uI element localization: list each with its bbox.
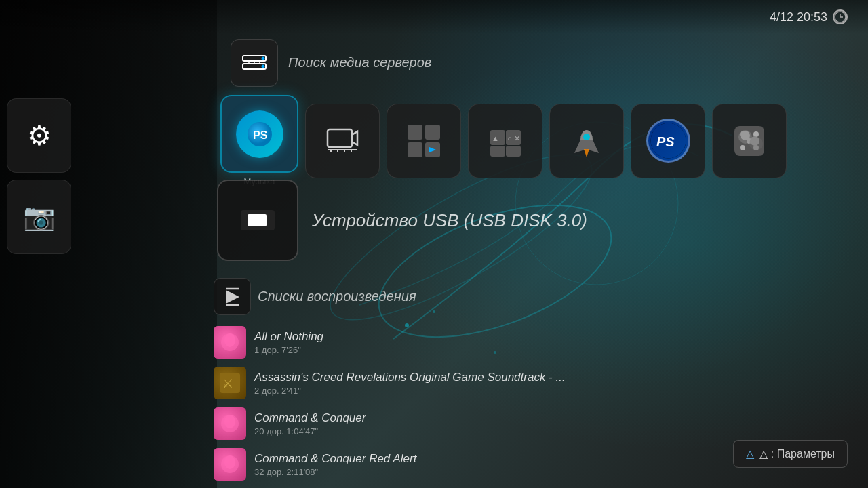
music-meta-1: 2 дор. 2'41" xyxy=(254,386,868,396)
search-network-icon xyxy=(240,49,269,77)
usb-icon xyxy=(237,203,278,237)
search-label: Поиск медиа серверов xyxy=(288,55,431,70)
music-list-item[interactable]: ⚔ Assassin's Creed Revelations Original … xyxy=(214,363,868,403)
music-info-1: Assassin's Creed Revelations Original Ga… xyxy=(254,371,868,396)
search-icon-box xyxy=(231,39,278,87)
music-title-2: Command & Conquer xyxy=(254,411,868,425)
settings-icon-box[interactable]: ⚙ xyxy=(7,98,71,173)
triangle-icon: △ xyxy=(746,447,754,460)
camera-icon: 📷 xyxy=(23,202,55,232)
svg-marker-38 xyxy=(584,149,589,157)
svg-point-12 xyxy=(262,64,265,68)
svg-text:PS: PS xyxy=(253,129,268,141)
music-list-item[interactable]: Command & Conquer 20 дор. 1:04'47" xyxy=(214,403,868,444)
ps-logo-icon: PS xyxy=(646,119,690,163)
music-meta-0: 1 дор. 7'26" xyxy=(254,345,868,355)
svg-rect-26 xyxy=(408,142,422,157)
playlist-icon-box[interactable] xyxy=(214,278,251,315)
top-bar: 4/12 20:53 xyxy=(0,0,868,34)
store-icon-box[interactable] xyxy=(549,104,624,178)
music-ps-logo: PS xyxy=(236,110,283,158)
svg-rect-24 xyxy=(408,125,422,140)
svg-marker-54 xyxy=(226,290,239,304)
svg-text:PS: PS xyxy=(656,134,675,149)
music-list-item[interactable]: Fantasy Done Hits Vol 10 xyxy=(214,485,868,488)
music-icon-box[interactable]: PS xyxy=(220,95,298,173)
friends-icon-box[interactable] xyxy=(712,104,787,178)
svg-point-50 xyxy=(741,131,750,140)
playlist-icon xyxy=(222,287,243,307)
music-list-header: Списки воспроизведения xyxy=(214,278,868,315)
friends-icon xyxy=(732,123,767,159)
svg-rect-31 xyxy=(490,146,505,157)
music-thumb-3 xyxy=(214,448,246,481)
music-thumb-1: ⚔ xyxy=(214,367,246,399)
music-thumb-0 xyxy=(214,326,246,359)
selected-usb-item[interactable]: Устройство USB (USB DISK 3.0) xyxy=(217,180,587,261)
gamepad-icon-item[interactable]: ▲ ○ ✕ xyxy=(468,104,542,178)
svg-point-46 xyxy=(740,145,745,150)
gamestore-icon-box[interactable] xyxy=(387,104,461,178)
ps-logo-item[interactable]: PS xyxy=(631,104,705,178)
svg-point-44 xyxy=(753,131,759,137)
grid-play-icon xyxy=(406,123,441,159)
music-info-2: Command & Conquer 20 дор. 1:04'47" xyxy=(254,411,868,436)
music-title-0: All or Nothing xyxy=(254,330,868,344)
datetime-display: 4/12 20:53 xyxy=(770,9,848,24)
video-icon-item[interactable] xyxy=(305,104,380,178)
svg-rect-53 xyxy=(248,214,267,226)
svg-point-51 xyxy=(750,136,760,146)
video-icon xyxy=(326,124,359,158)
svg-rect-32 xyxy=(506,146,521,157)
svg-text:⚔: ⚔ xyxy=(222,377,233,390)
clock-icon xyxy=(833,9,848,24)
music-meta-2: 20 дор. 1:04'47" xyxy=(254,426,868,436)
params-label: △ : Параметры xyxy=(760,447,835,460)
gamepad-icon: ▲ ○ ✕ xyxy=(487,122,524,159)
friends-icon-item[interactable] xyxy=(712,104,787,178)
usb-title: Устройство USB (USB DISK 3.0) xyxy=(312,210,587,231)
store-icon-item[interactable] xyxy=(549,104,624,178)
playlists-label: Списки воспроизведения xyxy=(258,289,416,304)
svg-text:○ ✕: ○ ✕ xyxy=(507,134,520,142)
datetime-text: 4/12 20:53 xyxy=(770,10,827,24)
music-thumb-2 xyxy=(214,407,246,440)
gamestore-icon-item[interactable] xyxy=(387,104,461,178)
svg-text:▲: ▲ xyxy=(492,134,499,142)
svg-point-62 xyxy=(224,415,235,428)
rocket-icon xyxy=(569,123,604,159)
gear-icon: ⚙ xyxy=(27,120,52,151)
params-button[interactable]: △ △ : Параметры xyxy=(733,440,848,468)
svg-rect-25 xyxy=(425,125,440,140)
search-section: Поиск медиа серверов xyxy=(217,34,868,92)
ps-logo-box[interactable]: PS xyxy=(631,104,705,178)
svg-point-11 xyxy=(262,56,265,60)
usb-icon-box[interactable] xyxy=(217,180,298,261)
gamepad-icon-box[interactable]: ▲ ○ ✕ xyxy=(468,104,542,178)
svg-point-58 xyxy=(224,333,235,347)
music-icon-item[interactable]: PS Музыка xyxy=(220,95,298,186)
music-list-item[interactable]: All or Nothing 1 дор. 7'26" xyxy=(214,322,868,363)
svg-point-64 xyxy=(224,455,235,469)
svg-point-37 xyxy=(583,134,590,140)
music-meta-3: 32 дор. 2:11'08" xyxy=(254,467,868,477)
music-info-0: All or Nothing 1 дор. 7'26" xyxy=(254,330,868,355)
video-icon-box[interactable] xyxy=(305,104,380,178)
photo-icon-box[interactable]: 📷 xyxy=(7,180,71,254)
svg-rect-18 xyxy=(328,129,352,147)
music-title-1: Assassin's Creed Revelations Original Ga… xyxy=(254,371,868,384)
